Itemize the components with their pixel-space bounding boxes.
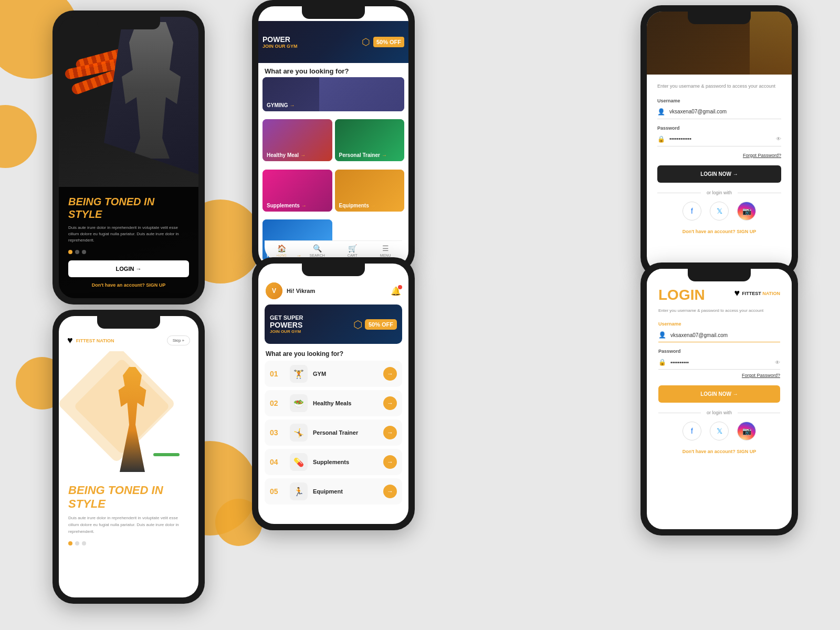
eye-icon[interactable]: 👁 (775, 360, 780, 365)
list-item-healthy-meals[interactable]: 02 🥗 Healthy Meals → (265, 390, 402, 416)
item-name: Healthy Meals (313, 400, 351, 406)
notification-dot (398, 285, 402, 289)
banner-cta: JOIN OUR GYM (270, 329, 353, 334)
arrow-button[interactable]: → (383, 455, 397, 469)
banner-subtitle: JOIN OUR GYM (262, 44, 298, 49)
login-title: LOGIN (658, 288, 705, 302)
nav-cart[interactable]: 🛒 CART (348, 244, 358, 257)
username-label: Username (657, 98, 781, 103)
login-subtitle: Enter you username & password to access … (658, 308, 780, 314)
meals-icon: 🥗 (290, 394, 308, 412)
home-icon: 🏠 (277, 244, 286, 253)
banner-text-group: POWER JOIN OUR GYM (262, 35, 298, 49)
brand-name: FITTEST NATION (76, 338, 114, 343)
cart-icon: 🛒 (348, 244, 357, 253)
splash-background: BEING TONED IN STYLE Duis aute irure dol… (59, 17, 198, 298)
username-label: Username (658, 321, 780, 327)
item-name: Supplements (313, 459, 349, 465)
banner-content: GET SUPER POWERS JOIN OUR GYM (270, 314, 353, 334)
item-number: 02 (270, 399, 285, 407)
item-number: 01 (270, 370, 285, 378)
item-name: Personal Trainer (313, 429, 358, 436)
athlete-bg (104, 17, 198, 174)
item-number: 03 (270, 428, 285, 437)
indicator-dots (68, 541, 189, 545)
logo: ♥ FITTEST NATION (734, 288, 780, 299)
dot-3 (82, 541, 86, 545)
list-item-gym[interactable]: 01 🏋️ GYM → (265, 361, 402, 387)
dot-3 (82, 250, 86, 254)
nav-cart-label: CART (348, 254, 358, 257)
resistance-band (153, 453, 180, 456)
dot-1 (68, 541, 72, 545)
twitter-login-button[interactable]: 𝕏 (710, 202, 729, 220)
phone-category-grid: POWER JOIN OUR GYM ⬡ 50% OFF What are yo… (252, 0, 415, 273)
forgot-password-link[interactable]: Forgot Password? (658, 373, 780, 378)
login-button[interactable]: LOGIN → (68, 260, 189, 277)
promo-banner: POWER JOIN OUR GYM ⬡ 50% OFF (258, 21, 408, 63)
login-now-button[interactable]: LOGIN NOW → (658, 385, 780, 403)
arrow-button[interactable]: → (383, 367, 397, 381)
facebook-login-button[interactable]: f (682, 422, 701, 440)
category-heading: What are you looking for? (258, 63, 408, 77)
login-form: Enter you username & password to access … (647, 75, 792, 242)
signup-prompt: Don't have an account? SIGN UP (657, 229, 781, 234)
forgot-password-link[interactable]: Forgot Password? (657, 153, 781, 158)
user-info: V Hi! Vikram (266, 282, 315, 299)
discount-badge: 50% OFF (365, 319, 397, 330)
signup-prompt: Don't have an account? SIGN UP (658, 449, 780, 454)
phone-splash-light: ♥ FITTEST NATION Skip » BEIN (52, 310, 205, 604)
arrow-button[interactable]: → (383, 426, 397, 439)
athlete-figure (85, 356, 180, 472)
username-field[interactable]: 👤 vksaxena07@gmail.com (657, 105, 781, 119)
banner-title: POWER (262, 35, 298, 44)
password-label: Password (658, 349, 780, 354)
or-divider: or login with (657, 190, 781, 195)
list-item-personal-trainer[interactable]: 03 🤸 Personal Trainer → (265, 419, 402, 446)
category-equipments[interactable]: Equipments → (335, 170, 405, 212)
arrow-button[interactable]: → (383, 485, 397, 498)
facebook-login-button[interactable]: f (682, 202, 701, 220)
phone-notch (688, 269, 751, 281)
category-supplements[interactable]: Supplements → (262, 170, 332, 212)
category-personal-trainer[interactable]: Personal Trainer → (335, 119, 405, 161)
eye-icon[interactable]: 👁 (776, 136, 781, 142)
item-left: 03 🤸 Personal Trainer (270, 424, 358, 442)
login-now-button[interactable]: LOGIN NOW → (657, 165, 781, 183)
splash-description: Duis aute irure dolor in reprehenderit i… (68, 515, 189, 535)
phone-notch (97, 17, 160, 29)
item-left: 04 💊 Supplements (270, 453, 349, 471)
lock-icon: 🔒 (658, 359, 666, 366)
instagram-login-button[interactable]: 📷 (737, 422, 756, 440)
splash-content: BEING TONED IN STYLE Duis aute irure dol… (59, 477, 198, 558)
nav-menu-label: MENU (380, 254, 391, 257)
username-value: vksaxena07@gmail.com (670, 332, 780, 338)
category-healthy-meal[interactable]: Healthy Meal → (262, 119, 332, 161)
username-value: vksaxena07@gmail.com (669, 109, 781, 114)
password-field[interactable]: 🔒 •••••••••••• 👁 (657, 132, 781, 146)
qr-icon: ⬡ (353, 318, 362, 331)
password-field[interactable]: 🔒 •••••••••• 👁 (658, 355, 780, 370)
skip-button[interactable]: Skip » (167, 335, 190, 345)
instagram-login-button[interactable]: 📷 (737, 202, 756, 220)
menu-icon: ☰ (382, 244, 389, 253)
phone-notch (302, 264, 365, 276)
password-value: •••••••••• (670, 360, 771, 365)
hero-image-area (59, 351, 198, 477)
arrow-button[interactable]: → (383, 396, 397, 410)
heartbeat-icon: ♥ (734, 288, 740, 299)
trainer-icon: 🤸 (290, 424, 308, 442)
twitter-login-button[interactable]: 𝕏 (710, 422, 729, 440)
phone-category-list: V Hi! Vikram 🔔 GET SUPER POWERS JOIN OUR… (252, 257, 415, 530)
username-field[interactable]: 👤 vksaxena07@gmail.com (658, 328, 780, 342)
list-item-supplements[interactable]: 04 💊 Supplements → (265, 449, 402, 475)
nav-search[interactable]: 🔍 SEARCH (310, 244, 325, 257)
notification-bell[interactable]: 🔔 (391, 286, 401, 296)
login-subtitle: Enter you username & password to access … (657, 83, 781, 90)
form-header: LOGIN ♥ FITTEST NATION (658, 288, 780, 302)
user-avatar: V (266, 282, 282, 299)
nav-menu[interactable]: ☰ MENU (380, 244, 391, 257)
search-icon: 🔍 (313, 244, 322, 253)
list-item-equipment[interactable]: 05 🏃 Equipment → (265, 478, 402, 505)
category-gyming[interactable]: GYMING → (262, 77, 404, 111)
